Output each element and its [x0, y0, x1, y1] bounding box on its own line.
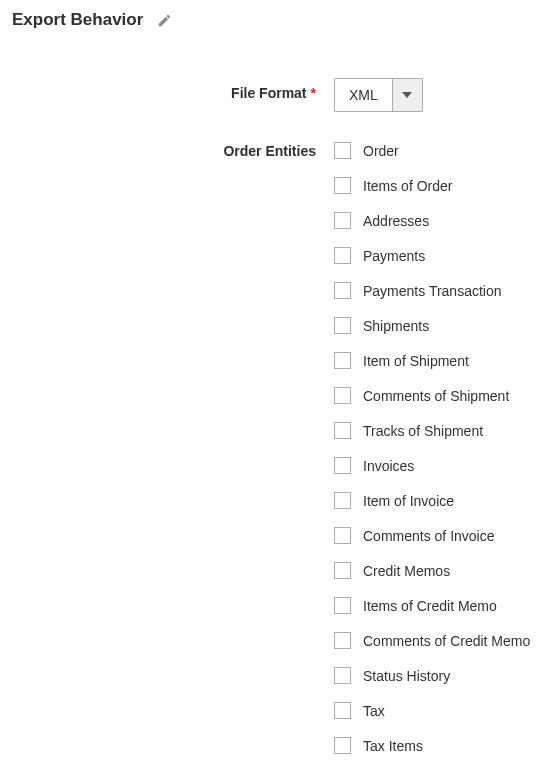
checkbox-row: Comments of Credit Memo [334, 632, 544, 649]
checkbox-label[interactable]: Comments of Credit Memo [363, 633, 530, 649]
checkbox-row: Items of Credit Memo [334, 597, 544, 614]
checkbox[interactable] [334, 457, 351, 474]
checkbox-row: Comments of Shipment [334, 387, 544, 404]
checkbox[interactable] [334, 352, 351, 369]
edit-icon[interactable] [157, 13, 172, 28]
checkbox[interactable] [334, 422, 351, 439]
checkbox-row: Tax Items [334, 737, 544, 754]
checkbox-row: Payments Transaction [334, 282, 544, 299]
checkbox-label[interactable]: Invoices [363, 458, 414, 474]
file-format-select[interactable]: XML [334, 78, 423, 112]
checkbox-label[interactable]: Tax [363, 703, 385, 719]
checkbox-label[interactable]: Shipments [363, 318, 429, 334]
checkbox-label[interactable]: Comments of Shipment [363, 388, 509, 404]
checkbox[interactable] [334, 177, 351, 194]
checkbox-label[interactable]: Tax Items [363, 738, 423, 754]
checkbox[interactable] [334, 317, 351, 334]
checkbox[interactable] [334, 387, 351, 404]
checkbox-row: Comments of Invoice [334, 527, 544, 544]
checkbox-list: OrderItems of OrderAddressesPaymentsPaym… [334, 137, 544, 754]
checkbox-label[interactable]: Tracks of Shipment [363, 423, 483, 439]
checkbox-label[interactable]: Item of Shipment [363, 353, 469, 369]
checkbox-row: Status History [334, 667, 544, 684]
checkbox-label[interactable]: Item of Invoice [363, 493, 454, 509]
checkbox-row: Order [334, 142, 544, 159]
checkbox-row: Payments [334, 247, 544, 264]
checkbox[interactable] [334, 282, 351, 299]
file-format-label-col: File Format* [12, 78, 334, 101]
checkbox-row: Tax [334, 702, 544, 719]
checkbox[interactable] [334, 527, 351, 544]
checkbox-row: Item of Shipment [334, 352, 544, 369]
checkbox-label[interactable]: Addresses [363, 213, 429, 229]
checkbox[interactable] [334, 737, 351, 754]
file-format-field-col: XML [334, 78, 544, 112]
checkbox-row: Credit Memos [334, 562, 544, 579]
checkbox-label[interactable]: Payments Transaction [363, 283, 502, 299]
checkbox-row: Items of Order [334, 177, 544, 194]
checkbox[interactable] [334, 702, 351, 719]
file-format-row: File Format* XML [12, 78, 544, 112]
order-entities-row: Order Entities OrderItems of OrderAddres… [12, 137, 544, 754]
checkbox-label[interactable]: Credit Memos [363, 563, 450, 579]
checkbox[interactable] [334, 667, 351, 684]
order-entities-label-col: Order Entities [12, 137, 334, 159]
checkbox-label[interactable]: Items of Order [363, 178, 452, 194]
checkbox-label[interactable]: Comments of Invoice [363, 528, 495, 544]
checkbox[interactable] [334, 562, 351, 579]
checkbox[interactable] [334, 492, 351, 509]
checkbox-label[interactable]: Payments [363, 248, 425, 264]
checkbox[interactable] [334, 632, 351, 649]
checkbox[interactable] [334, 597, 351, 614]
checkbox[interactable] [334, 212, 351, 229]
section-header: Export Behavior [12, 10, 544, 30]
order-entities-field-col: OrderItems of OrderAddressesPaymentsPaym… [334, 137, 544, 754]
section-title: Export Behavior [12, 10, 143, 30]
checkbox[interactable] [334, 142, 351, 159]
file-format-label: File Format [231, 85, 306, 101]
checkbox-label[interactable]: Status History [363, 668, 450, 684]
checkbox-label[interactable]: Order [363, 143, 399, 159]
checkbox-row: Addresses [334, 212, 544, 229]
checkbox-row: Shipments [334, 317, 544, 334]
required-mark: * [311, 85, 316, 101]
checkbox-row: Item of Invoice [334, 492, 544, 509]
file-format-value: XML [335, 79, 392, 111]
checkbox-row: Tracks of Shipment [334, 422, 544, 439]
checkbox-row: Invoices [334, 457, 544, 474]
checkbox[interactable] [334, 247, 351, 264]
order-entities-label: Order Entities [223, 143, 316, 159]
checkbox-label[interactable]: Items of Credit Memo [363, 598, 497, 614]
chevron-down-icon [392, 79, 422, 111]
